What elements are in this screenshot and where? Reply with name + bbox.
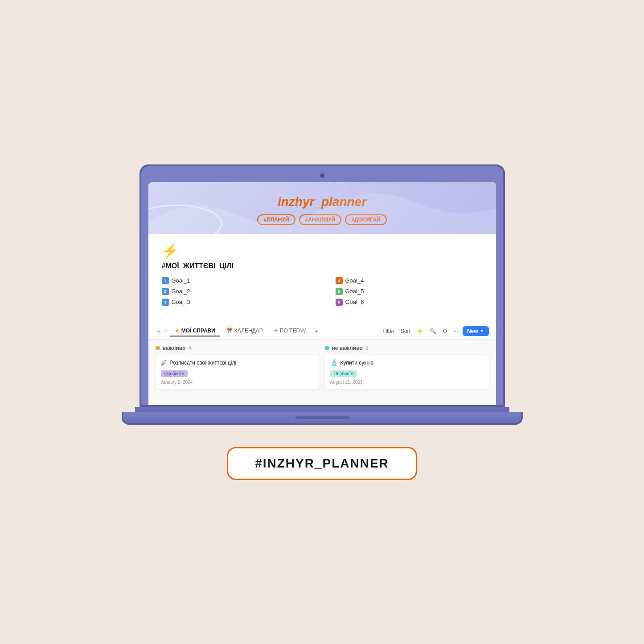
column-count-not-important: 3 — [365, 345, 369, 351]
calendar-icon: 📅 — [226, 328, 233, 334]
goal-label-5: Goal_5 — [345, 288, 364, 295]
column-dot-not-important — [325, 346, 329, 350]
goal-label-2: Goal_2 — [172, 288, 190, 295]
goal-item-1: 1 Goal_1 — [162, 276, 309, 285]
goal-label-1: Goal_1 — [172, 277, 190, 284]
screen-content: ⚡ #МОЇ_ЖИТТЄВІ_ЦІЛІ 1 Goal_1 4 Goal_4 — [148, 234, 496, 323]
kanban-area: важливо 4 🖊 Розписати свої життєві цілі … — [148, 340, 496, 402]
tab-by-tags[interactable]: ✳ ПО ТЕГАМ — [269, 326, 311, 336]
goal-badge-3: 3 — [162, 299, 169, 306]
task-date-1: January 2, 2024 — [161, 380, 314, 385]
tabs-bar: + ⠿ ★ МОЇ СПРАВИ 📅 КАЛЕНДАР ✳ ПО ТЕГАМ — [148, 323, 496, 340]
asterisk-icon: ✳ — [274, 328, 278, 334]
goal-item-3: 3 Goal_3 — [162, 298, 309, 307]
search-icon[interactable]: 🔍 — [428, 327, 438, 335]
settings-icon[interactable]: ⚙ — [441, 327, 449, 335]
tab-calendar[interactable]: 📅 КАЛЕНДАР — [222, 326, 267, 336]
toolbar-right: Filter Sort ⚡ 🔍 ⚙ ··· New ▼ — [381, 326, 488, 336]
tab-calendar-label: КАЛЕНДАР — [234, 328, 263, 334]
task-tag-2: Особисте — [330, 370, 357, 377]
goals-title: #МОЇ_ЖИТТЄВІ_ЦІЛІ — [162, 262, 483, 270]
goal-item-6: 6 Goal_6 — [336, 298, 483, 307]
goals-grid: 1 Goal_1 4 Goal_4 2 Goal_2 — [162, 276, 483, 307]
tag-analyze: #АНАЛІЗУЙ — [299, 214, 342, 225]
tab-my-tasks-label: МОЇ СПРАВИ — [181, 328, 215, 334]
star-icon: ★ — [175, 328, 180, 334]
goal-badge-5: 5 — [336, 288, 343, 295]
app-title: inzhyr_planner — [157, 195, 487, 209]
screen-inner: inzhyr_planner #ПЛАНУЙ #АНАЛІЗУЙ #ДОСЯГА… — [148, 182, 496, 405]
more-icon[interactable]: ··· — [452, 327, 460, 335]
new-button-label: New — [467, 328, 478, 334]
task-tag-1: Особисте — [161, 370, 188, 377]
lightning-icon: ⚡ — [162, 243, 483, 258]
laptop-lid: inzhyr_planner #ПЛАНУЙ #АНАЛІЗУЙ #ДОСЯГА… — [139, 164, 505, 407]
bottom-badge-text: #INZHYR_PLANNER — [255, 456, 389, 470]
goal-label-3: Goal_3 — [172, 299, 190, 305]
goal-badge-6: 6 — [336, 299, 343, 306]
tag-achieve: #ДОСЯГАЙ — [345, 214, 386, 225]
laptop-hinge — [135, 407, 509, 412]
task-card-2[interactable]: 🧴 Купити сукню Особисте August 21, 2023 — [325, 355, 489, 389]
goal-badge-1: 1 — [162, 277, 169, 284]
task-icon-1: 🖊 — [161, 359, 167, 366]
task-icon-2: 🧴 — [330, 359, 338, 366]
lightning-toolbar-icon[interactable]: ⚡ — [415, 327, 425, 335]
tag-plan: #ПЛАНУЙ — [257, 214, 295, 225]
task-card-1[interactable]: 🖊 Розписати свої життєві цілі Особисте J… — [156, 355, 320, 389]
laptop-camera — [320, 173, 324, 178]
laptop-screen: inzhyr_planner #ПЛАНУЙ #АНАЛІЗУЙ #ДОСЯГА… — [148, 182, 496, 405]
scene: inzhyr_planner #ПЛАНУЙ #АНАЛІЗУЙ #ДОСЯГА… — [122, 164, 523, 480]
new-button[interactable]: New ▼ — [463, 326, 489, 336]
bottom-badge: #INZHYR_PLANNER — [227, 447, 417, 480]
column-header-not-important: не важливо 3 — [325, 345, 489, 351]
tab-add-button-2[interactable]: + — [313, 328, 320, 335]
tab-my-tasks[interactable]: ★ МОЇ СПРАВИ — [170, 326, 220, 336]
tab-by-tags-label: ПО ТЕГАМ — [280, 328, 307, 334]
column-label-not-important: не важливо — [332, 345, 363, 351]
goal-item-4: 4 Goal_4 — [336, 276, 483, 285]
screen-header: inzhyr_planner #ПЛАНУЙ #АНАЛІЗУЙ #ДОСЯГА… — [148, 182, 496, 234]
column-dot-important — [156, 346, 160, 350]
laptop: inzhyr_planner #ПЛАНУЙ #АНАЛІЗУЙ #ДОСЯГА… — [122, 164, 523, 425]
column-label-important: важливо — [163, 345, 186, 351]
column-header-important: важливо 4 — [156, 345, 320, 351]
laptop-base — [122, 412, 523, 425]
laptop-notch — [295, 416, 349, 419]
goal-item-5: 5 Goal_5 — [336, 287, 483, 296]
filter-button[interactable]: Filter — [381, 327, 396, 335]
task-title-1: 🖊 Розписати свої життєві цілі — [161, 359, 314, 366]
tab-drag-icon: ⠿ — [164, 328, 168, 333]
screen-tags: #ПЛАНУЙ #АНАЛІЗУЙ #ДОСЯГАЙ — [157, 214, 487, 225]
sort-button[interactable]: Sort — [399, 327, 412, 335]
column-count-important: 4 — [188, 345, 191, 351]
goal-label-4: Goal_4 — [345, 277, 364, 284]
task-date-2: August 21, 2023 — [330, 380, 484, 385]
task-title-2: 🧴 Купити сукню — [330, 359, 484, 366]
goal-label-6: Goal_6 — [345, 299, 364, 305]
tab-add-button[interactable]: + — [156, 328, 163, 335]
goal-badge-2: 2 — [162, 288, 169, 295]
goal-item-2: 2 Goal_2 — [162, 287, 309, 296]
kanban-column-not-important: не важливо 3 🧴 Купити сукню Особисте Aug… — [325, 345, 489, 397]
goal-badge-4: 4 — [336, 277, 343, 284]
kanban-column-important: важливо 4 🖊 Розписати свої життєві цілі … — [156, 345, 320, 397]
chevron-down-icon: ▼ — [480, 328, 484, 333]
